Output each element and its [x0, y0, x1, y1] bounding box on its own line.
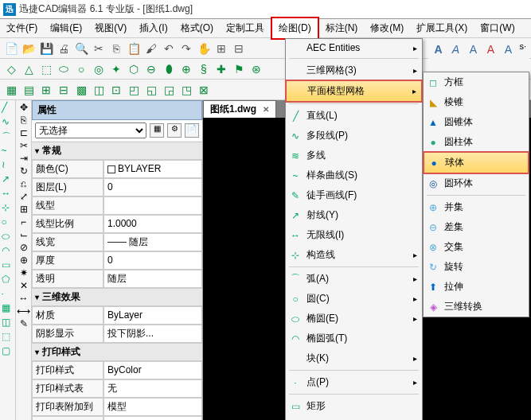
mtool-offset-icon[interactable]: ⊏ — [20, 127, 28, 138]
ltool-cl-icon[interactable]: ⊹ — [2, 202, 14, 215]
sub-item-torus[interactable]: ◎圆环体 — [424, 173, 529, 193]
text5-icon[interactable]: A — [500, 41, 516, 57]
mesh11-icon[interactable]: ◳ — [178, 82, 194, 98]
mesh5-icon[interactable]: ▩ — [73, 82, 89, 98]
sub-item-cone[interactable]: ▲圆锥体 — [424, 112, 529, 132]
mtool-move-icon[interactable]: ✥ — [20, 102, 28, 113]
draw-item-ray[interactable]: ↗射线(Y) — [286, 205, 422, 225]
menu-format[interactable]: 格式(O) — [174, 18, 220, 38]
mtool-len-icon[interactable]: ⟷ — [17, 305, 30, 317]
shape-diamond-icon[interactable]: ◇ — [3, 61, 19, 77]
shape-circ-icon[interactable]: ○ — [73, 61, 89, 77]
draw-item-ellipse[interactable]: ⬭椭圆(E)▸ — [286, 309, 422, 329]
copy-icon[interactable]: ⎘ — [108, 41, 124, 56]
mtool-fil-icon[interactable]: ⌐ — [21, 216, 26, 228]
prop-trans-v[interactable]: 随层 — [103, 270, 202, 288]
menu-file[interactable]: 文件(F) — [0, 18, 44, 38]
text2-icon[interactable]: A — [447, 41, 463, 57]
prop-btn1-icon[interactable]: ▦ — [150, 123, 164, 138]
mesh4-icon[interactable]: ⊟ — [56, 82, 72, 98]
ltool-arc-icon[interactable]: ⌒ — [2, 130, 14, 143]
prop-section-fx[interactable]: 三维效果 — [32, 288, 202, 306]
mtool-edit-icon[interactable]: ✎ — [20, 318, 28, 329]
ltool-spl-icon[interactable]: ~ — [2, 145, 14, 158]
cut-icon[interactable]: ✂ — [91, 41, 107, 56]
ltool-reg-icon[interactable]: ⬚ — [2, 331, 14, 344]
mesh10-icon[interactable]: ◲ — [161, 82, 177, 98]
ltool-earc-icon[interactable]: ◠ — [2, 245, 14, 258]
prop-selector[interactable]: 无选择 — [35, 122, 146, 138]
draw-item-point[interactable]: ·点(P)▸ — [286, 372, 422, 392]
ltool-ell-icon[interactable]: ⬭ — [2, 231, 14, 243]
shape-cyl-icon[interactable]: ⬭ — [56, 61, 72, 77]
mesh9-icon[interactable]: ◱ — [143, 82, 159, 98]
sub-item-box[interactable]: ◻方框 — [424, 72, 529, 92]
ltool-pline-icon[interactable]: ∿ — [2, 116, 14, 129]
mesh2-icon[interactable]: ▤ — [21, 82, 37, 98]
new-icon[interactable]: 📄 — [3, 41, 19, 56]
prop-pstyle-v[interactable]: ByColor — [103, 361, 202, 379]
draw-item-arc[interactable]: ⌒弧(A)▸ — [286, 269, 422, 289]
shape-spiral-icon[interactable]: § — [196, 61, 212, 77]
ltool-hatch-icon[interactable]: ▦ — [2, 302, 14, 315]
menu-insert[interactable]: 插入(I) — [133, 18, 174, 38]
prop-ptable-v[interactable]: 无 — [103, 379, 202, 398]
menu-window[interactable]: 窗口(W) — [474, 18, 521, 38]
draw-item-mline[interactable]: ≋多线 — [286, 146, 422, 165]
open-icon[interactable]: 📂 — [21, 41, 37, 56]
draw-item-block[interactable]: 块(K)▸ — [286, 348, 422, 368]
prop-color-v[interactable]: BYLAYER — [103, 160, 202, 178]
ltool-poly-icon[interactable]: ⬠ — [2, 274, 14, 286]
prop-section-print[interactable]: 打印样式 — [32, 343, 202, 361]
ltool-xl-icon[interactable]: ↔ — [2, 188, 14, 200]
shape-star-icon[interactable]: ✦ — [108, 61, 124, 77]
mesh12-icon[interactable]: ⊠ — [196, 82, 212, 98]
sub-item-sphere[interactable]: ●球体 — [423, 151, 529, 174]
shape-torus-icon[interactable]: ⊖ — [143, 61, 159, 77]
mtool-mir-icon[interactable]: ⎌ — [21, 178, 26, 189]
shape-cube-icon[interactable]: ⬚ — [38, 61, 54, 77]
draw-item-mesh3d[interactable]: 三维网格(3)▸ — [286, 60, 422, 80]
view2-icon[interactable]: ⊟ — [231, 41, 247, 56]
shape-tri-icon[interactable]: △ — [21, 61, 37, 77]
mesh7-icon[interactable]: ⊡ — [108, 82, 124, 98]
draw-item-freehand[interactable]: ✎徒手画线(F) — [286, 185, 422, 205]
shape-cross-icon[interactable]: ✚ — [213, 61, 229, 77]
mtool-cham-icon[interactable]: ⌙ — [20, 229, 28, 240]
draw-item-planemesh[interactable]: 平面模型网格▸ — [285, 80, 423, 103]
mtool-copy-icon[interactable]: ⎘ — [21, 115, 26, 126]
prop-ltscale-v[interactable]: 1.0000 — [103, 215, 202, 233]
sub-item-wedge[interactable]: ◣棱锥 — [424, 92, 529, 112]
draw-item-cline[interactable]: ⊹构造线▸ — [286, 245, 422, 265]
prop-btn3-icon[interactable]: 📄 — [185, 123, 199, 138]
menu-custom[interactable]: 定制工具 — [220, 18, 271, 38]
shape-flag-icon[interactable]: ⚑ — [231, 61, 247, 77]
shape-hex-icon[interactable]: ⬡ — [126, 61, 142, 77]
view1-icon[interactable]: ⊞ — [213, 41, 229, 56]
menu-edit[interactable]: 编辑(E) — [44, 18, 88, 38]
ltool-ray-icon[interactable]: ↗ — [2, 173, 14, 186]
prop-mat-v[interactable]: ByLayer — [103, 306, 202, 325]
mesh6-icon[interactable]: ◫ — [91, 82, 107, 98]
prop-ptype-v[interactable]: 依赖于颜... — [103, 416, 202, 420]
drawing-tab[interactable]: 图纸1.dwg ✕ — [203, 100, 276, 119]
draw-item-rect[interactable]: ▭矩形 — [286, 396, 422, 416]
draw-item-aec[interactable]: AEC Entities▸ — [286, 39, 422, 56]
text3-icon[interactable]: A — [465, 41, 481, 57]
mtool-brk-icon[interactable]: ⊘ — [20, 242, 28, 253]
mtool-rot-icon[interactable]: ↻ — [20, 165, 28, 177]
draw-item-xline[interactable]: ↔无限线(I) — [286, 225, 422, 245]
prop-shade-v[interactable]: 投下阴影... — [103, 325, 202, 343]
undo-icon[interactable]: ↶ — [161, 41, 177, 56]
draw-item-earc[interactable]: ◠椭圆弧(T) — [286, 329, 422, 348]
mesh3-icon[interactable]: ⊞ — [38, 82, 54, 98]
ltool-pt-icon[interactable]: · — [2, 288, 14, 301]
ltool-bnd-icon[interactable]: ◫ — [2, 317, 14, 329]
draw-item-pline[interactable]: ∿多段线(P) — [286, 126, 422, 146]
print-icon[interactable]: 🖨 — [56, 41, 72, 56]
mtool-ext-icon[interactable]: ⇥ — [20, 153, 28, 164]
menu-ext[interactable]: 扩展工具(X) — [410, 18, 474, 38]
prop-layer-v[interactable]: 0 — [103, 178, 202, 196]
menu-draw[interactable]: 绘图(D) — [271, 17, 319, 40]
shape-globe-icon[interactable]: ⊕ — [178, 61, 194, 77]
